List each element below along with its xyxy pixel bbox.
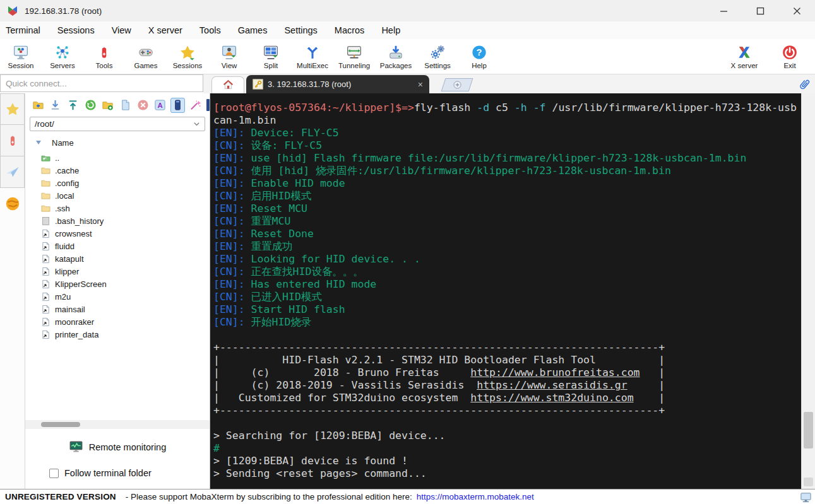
sidebar-horizontal-scrollbar[interactable] [25,420,210,429]
menu-help[interactable]: Help [381,25,400,35]
file-row[interactable]: .config [25,177,210,189]
file-row[interactable]: .ssh [25,202,210,214]
toolbar-multiexec-button[interactable]: MultiExec [292,39,333,74]
help-icon: ? [471,44,487,61]
terminal-link[interactable]: https://www.serasidis.gr [477,379,627,391]
terminal-text: 正在查找HID设备。。。 [251,266,364,278]
terminal-text: 已进入HID模式 [251,291,322,303]
toolbar-packages-button[interactable]: Packages [375,39,417,74]
toolbar-servers-button[interactable]: Servers [42,39,83,74]
file-row[interactable]: katapult [25,252,210,265]
menu-sessions[interactable]: Sessions [57,25,95,35]
menu-view[interactable]: View [112,25,131,35]
terminal-screen[interactable]: [root@flyos-057364:~/klipper]$=>fly-flas… [210,93,801,489]
strip-globe-button[interactable] [0,196,25,212]
toolbar-exit-button[interactable]: Exit [767,39,812,74]
delete-icon[interactable] [136,98,150,113]
symlink-icon [41,305,51,314]
terminal-scrollbar[interactable] [801,93,815,489]
toolbar-label: X server [731,62,758,69]
file-row[interactable]: printer_data [25,328,210,341]
quick-connect-input[interactable] [0,74,203,92]
folder-icon [41,166,51,175]
menu-x-server[interactable]: X server [148,25,182,35]
menu-macros[interactable]: Macros [335,25,365,35]
toolbar-session-button[interactable]: Session [0,39,42,74]
menu-tools[interactable]: Tools [199,25,221,35]
file-name: KlipperScreen [55,279,107,289]
toolbar-settings-button[interactable]: Settings [417,39,458,74]
wand-icon[interactable] [188,98,203,113]
new-folder-icon[interactable] [101,98,116,113]
terminal-text: [EN]: [213,303,251,315]
follow-terminal-folder-option[interactable]: Follow terminal folder [49,468,152,478]
toolbar-games-button[interactable]: Games [125,39,167,74]
download-icon[interactable] [49,98,63,113]
file-row[interactable]: m2u [25,290,210,303]
file-row[interactable]: KlipperScreen [25,278,210,290]
toolbar-sessions-button[interactable]: Sessions [167,39,208,74]
close-button[interactable] [778,0,815,21]
symlink-icon [41,317,51,327]
strip-tools-button[interactable] [0,125,25,156]
tab-home[interactable] [211,76,244,93]
terminal-line: [EN]: Enable HID mode [213,177,801,190]
toolbar-label: Session [8,62,34,69]
minimize-button[interactable] [705,0,742,21]
menu-terminal[interactable]: Terminal [6,25,40,35]
file-list: ...cache.config.local.ssh.bash_historycr… [25,151,210,341]
attachment-paperclip-icon[interactable] [797,78,811,91]
strip-sessions-button[interactable] [0,93,25,125]
toolbar-help-button[interactable]: ?Help [458,39,500,74]
file-row[interactable]: .. [25,151,210,164]
terminal-text: | Customized for STM32duino ecosystem [213,392,470,404]
symlink-icon [41,254,51,264]
terminal-scrollbar-bottom[interactable] [804,478,813,486]
file-row[interactable]: .cache [25,164,210,177]
remote-monitoring-icon [69,440,83,454]
file-row[interactable]: crowsnest [25,227,210,240]
toolbar-split-button[interactable]: Split [250,39,292,74]
toolbar-label: Tunneling [338,62,370,69]
strip-macros-button[interactable] [0,156,25,188]
terminal-scrollbar-thumb[interactable] [804,412,813,448]
new-tab-button[interactable] [441,78,473,91]
symlink-icon [41,242,51,251]
session-icon [13,44,29,61]
file-row[interactable]: klipper [25,265,210,278]
terminal-text: > [1209:BEBA] device is found ! [213,455,408,467]
rename-icon[interactable]: A [153,98,167,113]
menu-games[interactable]: Games [238,25,268,35]
toolbar-view-button[interactable]: View [208,39,250,74]
remote-monitoring-button[interactable]: Remote monitoring [25,440,210,454]
path-dropdown[interactable]: /root/ [30,117,205,131]
file-row[interactable]: fluidd [25,240,210,252]
unregistered-version-label: UNREGISTERED VERSION [5,492,116,501]
mobatek-link[interactable]: https://mobaxterm.mobatek.net [417,492,534,501]
toolbar-x-server-button[interactable]: X server [722,39,767,74]
parent-dir-icon[interactable] [31,98,45,113]
maximize-button[interactable] [742,0,778,21]
menu-settings[interactable]: Settings [284,25,317,35]
file-row[interactable]: moonraker [25,315,210,328]
terminal-text: [EN]: [213,152,251,164]
follow-terminal-folder-checkbox[interactable] [49,469,59,478]
refresh-icon[interactable] [83,98,98,113]
terminal-link[interactable]: http://www.brunofreitas.com [470,366,640,378]
toolbar-tools-button[interactable]: Tools [83,39,125,74]
terminal-text: [EN]: [213,177,251,189]
upload-icon[interactable] [66,98,80,113]
new-file-icon[interactable] [118,98,133,113]
scrollbar-thumb[interactable] [41,422,80,427]
tab-close-icon[interactable]: × [418,80,423,89]
file-row[interactable]: mainsail [25,303,210,315]
file-row[interactable]: .local [25,189,210,202]
file-list-header[interactable]: Name [25,136,210,149]
toolbar-tunneling-button[interactable]: Tunneling [333,39,375,74]
terminal-link[interactable]: https://www.stm32duino.com [470,392,633,404]
side-activity-strip [0,93,25,489]
terminal-line: [CN]: 重置MCU [213,215,801,228]
terminal-follow-icon[interactable] [170,98,185,113]
tab-session-active[interactable]: 3. 192.168.31.78 (root) × [246,75,429,93]
file-row[interactable]: .bash_history [25,214,210,227]
